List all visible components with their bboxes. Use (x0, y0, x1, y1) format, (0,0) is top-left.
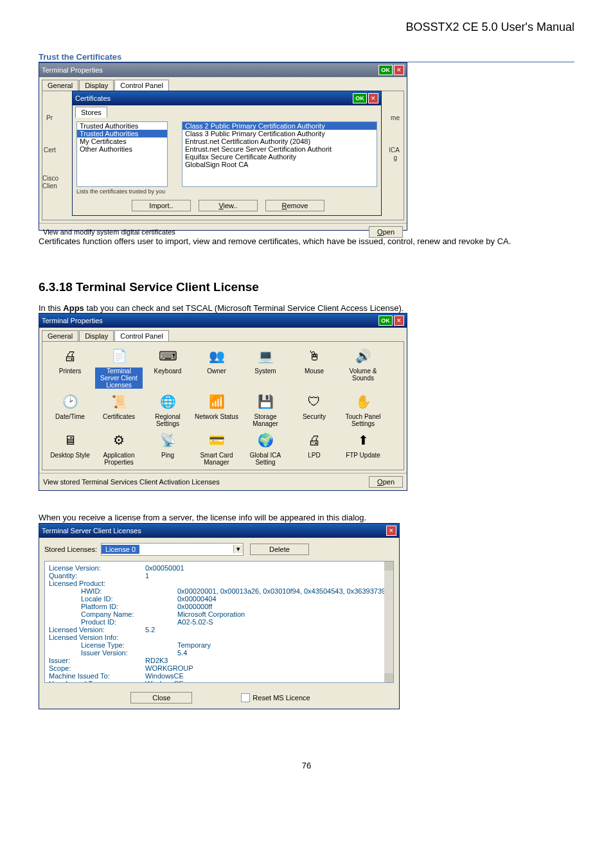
control-panel-item[interactable]: 🕑Date/Time (46, 391, 94, 420)
tab-general[interactable]: General (42, 330, 78, 341)
list-item[interactable]: Class 2 Public Primary Certification Aut… (182, 122, 377, 130)
cp-icon: ⬆ (353, 430, 373, 450)
cp-icon: ✋ (353, 391, 373, 412)
cp-icon: 🔊 (353, 346, 373, 366)
list-item[interactable]: Entrust.net Certification Authority (204… (182, 137, 377, 145)
control-panel-grid: 🖨Printers📄Terminal Server Client License… (46, 346, 400, 466)
tab-general[interactable]: General (42, 80, 78, 91)
control-panel-item[interactable]: ⚙Application Properties (95, 430, 143, 466)
cp-item-label: Desktop Style (50, 452, 90, 459)
license-detail-row: Issuer:RD2K3 (49, 657, 389, 664)
window-ok-button[interactable]: OK (378, 65, 393, 75)
tab-display[interactable]: Display (79, 330, 114, 341)
cp-item-label: Application Properties (95, 452, 143, 466)
delete-button[interactable]: Delete (250, 544, 309, 555)
stored-licenses-select[interactable]: License 0 ▾ (101, 543, 244, 556)
license-detail-row: Quantity:1 (49, 572, 389, 580)
import-button[interactable]: Import.. (132, 200, 191, 211)
control-panel-item[interactable]: 💳Smart Card Manager (193, 430, 240, 466)
list-item[interactable]: Entrust.net Secure Server Certification … (182, 145, 377, 153)
control-panel-item[interactable]: 🔊Volume & Sounds (339, 346, 387, 382)
list-item[interactable]: My Certificates (77, 137, 167, 145)
scroll-down-icon[interactable] (384, 673, 393, 682)
window-close-button[interactable]: ✕ (368, 93, 378, 103)
window-close-button[interactable]: ✕ (394, 65, 404, 75)
scrollbar[interactable] (384, 562, 393, 682)
status-bar: View and modify system digital certifica… (39, 223, 407, 240)
control-panel-item[interactable]: 🌐Regional Settings (144, 391, 191, 427)
control-panel-item[interactable]: 🖱Mouse (290, 346, 338, 375)
list-item[interactable]: Trusted Authorities (77, 130, 167, 137)
tab-stores[interactable]: Stores (75, 107, 107, 118)
license-key: Scope: (49, 664, 145, 672)
license-value: 5.2 (145, 626, 155, 633)
license-detail-row: Machine Issued To:WindowsCE (49, 672, 389, 680)
control-panel-item[interactable]: 🌍Global ICA Setting (242, 430, 289, 466)
checkbox-icon[interactable] (241, 693, 250, 702)
cp-item-label: Ping (161, 452, 174, 459)
control-panel-item[interactable]: 🖨LPD (290, 430, 338, 459)
cp-item-label: Global ICA Setting (242, 452, 289, 466)
page-number: 76 (39, 761, 574, 770)
cp-item-label: Volume & Sounds (339, 368, 387, 382)
control-panel-item[interactable]: 📄Terminal Server Client Licenses (95, 346, 143, 389)
control-panel-item[interactable]: ⬆FTP Update (339, 430, 387, 459)
control-panel-item[interactable]: 🖥Desktop Style (46, 430, 94, 459)
control-panel-item[interactable]: 🖨Printers (46, 346, 94, 375)
list-item[interactable]: GlobalSign Root CA (182, 161, 377, 168)
window-ok-button[interactable]: OK (378, 315, 393, 326)
cp-icon: 📡 (157, 430, 178, 450)
open-button[interactable]: Open (369, 226, 403, 238)
tab-control-panel[interactable]: Control Panel (114, 330, 169, 341)
list-item[interactable]: Class 3 Public Primary Certification Aut… (182, 130, 377, 137)
cp-icon: 🖨 (304, 430, 324, 450)
cp-icon: 📜 (109, 391, 129, 412)
control-panel-item[interactable]: ⌨Keyboard (144, 346, 191, 375)
bg-text: me (391, 114, 400, 121)
close-button[interactable]: Close (130, 692, 192, 704)
store-type-list[interactable]: Trusted Authorities Trusted Authorities … (76, 121, 168, 187)
control-panel-item[interactable]: 💾Storage Manager (242, 391, 289, 427)
section2-intro: In this Apps tab you can check and set T… (39, 303, 574, 314)
cp-icon: 🖨 (60, 346, 80, 366)
open-button[interactable]: Open (369, 476, 403, 488)
license-value: RD2K3 (145, 657, 168, 664)
list-item[interactable]: Trusted Authorities (77, 122, 167, 130)
license-value: WORKGROUP (145, 664, 193, 672)
control-panel-item[interactable]: ✋Touch Panel Settings (339, 391, 387, 427)
control-panel-item[interactable]: 📡Ping (144, 430, 191, 459)
license-value: A02-5.02-S (177, 618, 213, 626)
window-ok-button[interactable]: OK (353, 93, 367, 103)
list-item[interactable]: Equifax Secure Certificate Authority (182, 153, 377, 161)
certificate-list[interactable]: Class 2 Public Primary Certification Aut… (182, 121, 377, 187)
section1-title: Trust the Certificates (39, 52, 574, 62)
list-item[interactable]: Other Authorities (77, 145, 167, 153)
scroll-up-icon[interactable] (384, 562, 393, 571)
remove-button[interactable]: Remove (265, 200, 324, 211)
tab-control-panel[interactable]: Control Panel (114, 80, 169, 91)
license-value: 0x000000ff (177, 603, 212, 610)
license-key: License Type: (49, 641, 177, 649)
license-key: Product ID: (49, 618, 177, 626)
cp-icon: 🌐 (157, 391, 178, 412)
cp-icon: 📄 (109, 346, 129, 366)
control-panel-item[interactable]: 🛡Security (290, 391, 338, 420)
window-close-button[interactable]: ✕ (394, 315, 404, 326)
bg-text: ICA (389, 146, 400, 154)
reset-licence-checkbox[interactable]: Reset MS Licence (241, 693, 310, 702)
control-panel-item[interactable]: 👥Owner (193, 346, 240, 375)
control-panel-item[interactable]: 📶Network Status (193, 391, 240, 420)
license-detail-row: Licensed Product: (49, 580, 389, 587)
license-detail-row: Platform ID:0x000000ff (49, 603, 389, 610)
control-panel-item[interactable]: 💻System (242, 346, 289, 375)
dropdown-icon[interactable]: ▾ (233, 545, 243, 553)
license-key: Company Name: (49, 610, 177, 618)
section3-intro: When you receive a license from a server… (39, 513, 574, 523)
license-detail-row: Company Name:Microsoft Corporation (49, 610, 389, 618)
tab-display[interactable]: Display (79, 80, 114, 91)
control-panel-item[interactable]: 📜Certificates (95, 391, 143, 420)
view-button[interactable]: View.. (199, 200, 258, 211)
status-text: View stored Terminal Services Client Act… (43, 478, 220, 486)
window-close-button[interactable]: ✕ (386, 526, 396, 536)
license-key: Licensed Version Info: (49, 633, 145, 641)
